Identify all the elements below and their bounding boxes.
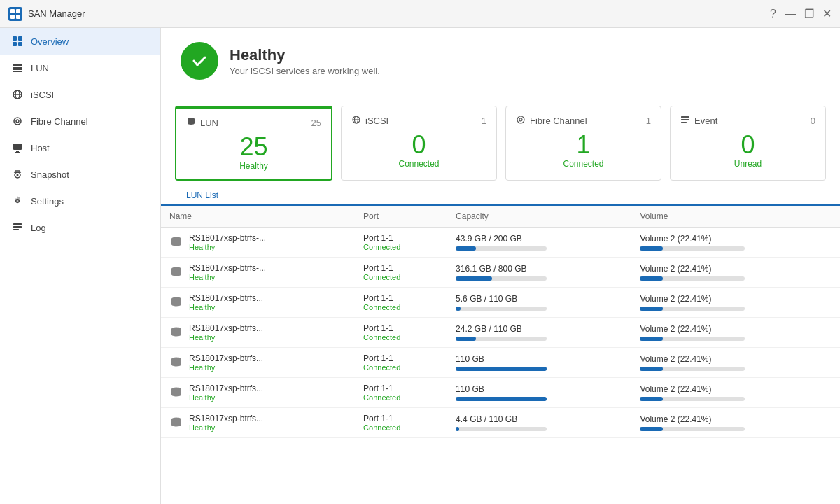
help-button[interactable]: ? xyxy=(770,8,776,20)
fc-card-icon xyxy=(516,115,526,127)
main-content: Healthy Your iSCSI services are working … xyxy=(161,28,840,504)
capacity-progress-bg xyxy=(456,427,547,431)
port-status: Connected xyxy=(363,273,439,281)
cell-capacity: 5.6 GB / 110 GB xyxy=(447,288,631,318)
maximize-button[interactable]: ❐ xyxy=(804,8,814,20)
cell-port: Port 1-1 Connected xyxy=(355,408,447,438)
cell-port: Port 1-1 Connected xyxy=(355,378,447,408)
db-icon xyxy=(169,265,183,279)
event-stat-number: 0 xyxy=(680,132,816,158)
port-status: Connected xyxy=(363,393,439,402)
volume-progress-fill xyxy=(640,246,663,251)
event-stat-label: Unread xyxy=(680,159,816,169)
port-status: Connected xyxy=(363,333,439,342)
sidebar-item-host[interactable]: Host xyxy=(0,134,160,161)
svg-point-29 xyxy=(519,118,522,121)
col-volume: Volume xyxy=(631,206,840,227)
table-row[interactable]: RS18017xsp-btrfs-... Healthy Port 1-1 Co… xyxy=(161,227,840,258)
volume-progress-bg xyxy=(640,246,745,251)
capacity-progress-fill xyxy=(456,427,459,431)
capacity-progress-bg xyxy=(456,246,547,251)
db-icon xyxy=(169,386,183,400)
volume-progress-bg xyxy=(640,276,745,281)
volume-progress-bg xyxy=(640,337,745,341)
iscsi-card-header: iSCSI 1 xyxy=(351,115,486,127)
volume-progress-bg xyxy=(640,397,745,401)
sidebar-item-overview[interactable]: Overview xyxy=(0,28,160,55)
health-info: Healthy Your iSCSI services are working … xyxy=(230,46,380,76)
stat-card-fibre-channel[interactable]: Fibre Channel 1 1 Connected xyxy=(505,106,662,181)
overview-icon xyxy=(11,35,24,48)
capacity-text: 110 GB xyxy=(456,354,623,364)
port-status: Connected xyxy=(363,303,439,312)
stat-card-event[interactable]: Event 0 0 Unread xyxy=(670,106,826,181)
svg-point-15 xyxy=(16,120,19,122)
capacity-progress-bg xyxy=(456,276,547,281)
table-row[interactable]: RS18017xsp-btrfs... Healthy Port 1-1 Con… xyxy=(161,318,840,348)
event-card-icon xyxy=(680,115,690,127)
fc-card-count: 1 xyxy=(646,115,651,126)
capacity-text: 316.1 GB / 800 GB xyxy=(456,264,623,274)
cell-name: RS18017xsp-btrfs-... Healthy xyxy=(161,258,355,288)
svg-rect-7 xyxy=(18,42,22,46)
volume-text: Volume 2 (22.41%) xyxy=(640,264,832,274)
fc-card-title: Fibre Channel xyxy=(530,115,587,126)
volume-progress-fill xyxy=(640,397,663,401)
cell-port: Port 1-1 Connected xyxy=(355,288,447,318)
capacity-progress-bg xyxy=(456,397,547,401)
capacity-progress-fill xyxy=(456,307,461,311)
col-port: Port xyxy=(355,206,447,227)
svg-rect-31 xyxy=(681,119,690,120)
lun-status: Healthy xyxy=(189,424,263,432)
col-capacity: Capacity xyxy=(447,206,631,227)
stat-card-iscsi[interactable]: iSCSI 1 0 Connected xyxy=(341,106,497,181)
iscsi-card-count: 1 xyxy=(482,115,486,126)
window-controls: ? — ❐ ✕ xyxy=(770,8,832,20)
port-name: Port 1-1 xyxy=(363,414,439,424)
table-row[interactable]: RS18017xsp-btrfs... Healthy Port 1-1 Con… xyxy=(161,378,840,408)
app-body: Overview LUN iSCSI xyxy=(0,28,840,504)
port-status: Connected xyxy=(363,363,439,372)
lun-name: RS18017xsp-btrfs... xyxy=(189,354,263,363)
sidebar-item-iscsi[interactable]: iSCSI xyxy=(0,81,160,108)
volume-progress-fill xyxy=(640,367,663,371)
sidebar-item-lun[interactable]: LUN xyxy=(0,55,160,81)
table-row[interactable]: RS18017xsp-btrfs-... Healthy Port 1-1 Co… xyxy=(161,258,840,288)
table-row[interactable]: RS18017xsp-btrfs... Healthy Port 1-1 Con… xyxy=(161,408,840,438)
capacity-text: 4.4 GB / 110 GB xyxy=(456,414,623,424)
svg-rect-23 xyxy=(13,229,19,230)
cell-port: Port 1-1 Connected xyxy=(355,227,447,258)
lun-name: RS18017xsp-btrfs-... xyxy=(189,233,266,243)
svg-rect-21 xyxy=(13,223,22,225)
svg-rect-16 xyxy=(13,144,22,150)
volume-text: Volume 2 (22.41%) xyxy=(640,354,832,364)
table-row[interactable]: RS18017xsp-btrfs... Healthy Port 1-1 Con… xyxy=(161,288,840,318)
lun-status: Healthy xyxy=(189,333,263,342)
table-scroll[interactable]: Name Port Capacity Volume RS18017xsp-btr… xyxy=(161,206,840,504)
stat-card-lun[interactable]: LUN 25 25 Healthy xyxy=(175,106,332,181)
capacity-text: 24.2 GB / 110 GB xyxy=(456,324,623,334)
event-card-title: Event xyxy=(694,115,718,126)
cell-volume: Volume 2 (22.41%) xyxy=(631,227,840,258)
volume-text: Volume 2 (22.41%) xyxy=(640,294,832,304)
titlebar: SAN Manager ? — ❐ ✕ xyxy=(0,0,840,28)
close-button[interactable]: ✕ xyxy=(822,8,832,20)
cell-name: RS18017xsp-btrfs-... Healthy xyxy=(161,227,355,258)
tab-lun-list[interactable]: LUN List xyxy=(175,186,230,206)
cell-capacity: 316.1 GB / 800 GB xyxy=(447,258,631,288)
svg-rect-1 xyxy=(16,9,20,13)
cell-name: RS18017xsp-btrfs... Healthy xyxy=(161,348,355,378)
sidebar-item-settings[interactable]: Settings xyxy=(0,188,160,214)
port-name: Port 1-1 xyxy=(363,263,439,273)
cell-capacity: 24.2 GB / 110 GB xyxy=(447,318,631,348)
capacity-progress-bg xyxy=(456,337,547,341)
minimize-button[interactable]: — xyxy=(785,8,796,20)
volume-text: Volume 2 (22.41%) xyxy=(640,414,832,424)
sidebar-item-fibre-channel[interactable]: Fibre Channel xyxy=(0,108,160,134)
sidebar-label-lun: LUN xyxy=(31,63,49,74)
table-row[interactable]: RS18017xsp-btrfs... Healthy Port 1-1 Con… xyxy=(161,348,840,378)
sidebar-item-snapshot[interactable]: Snapshot xyxy=(0,161,160,188)
app-icon xyxy=(8,7,22,21)
sidebar-item-log[interactable]: Log xyxy=(0,214,160,241)
svg-rect-2 xyxy=(10,15,15,19)
